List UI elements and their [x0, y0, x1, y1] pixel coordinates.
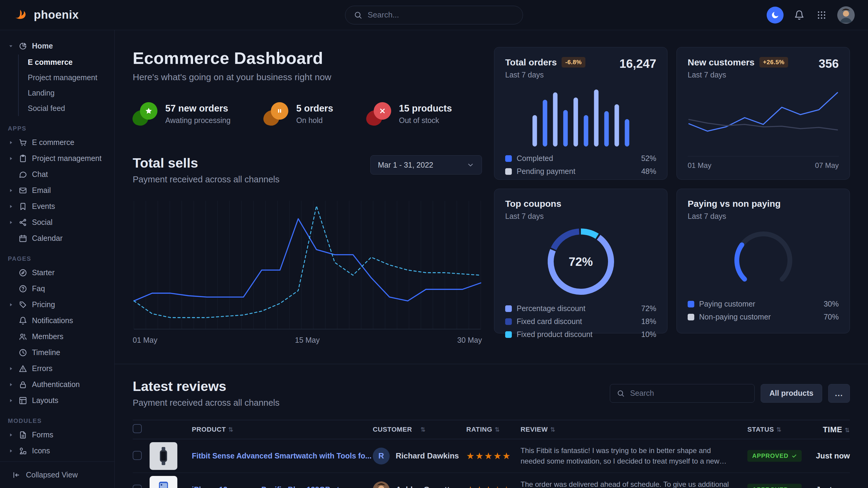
sidebar-item-errors[interactable]: Errors [0, 360, 114, 377]
product-link[interactable]: iPhone 13 pro max-Pacific Blue-128GB sto… [192, 485, 373, 488]
search-input[interactable] [367, 10, 514, 20]
more-options-button[interactable]: ... [828, 384, 850, 403]
total-orders-chart [530, 88, 632, 147]
sidebar-item-label: Icons [32, 446, 50, 455]
chevron-down-icon [467, 161, 474, 169]
column-header-rating[interactable]: RATING⇅ [466, 426, 521, 433]
brand[interactable]: phoenix [13, 7, 79, 23]
column-header-time[interactable]: TIME⇅ [808, 425, 850, 434]
sidebar-item-home[interactable]: Home [0, 38, 114, 54]
sidebar-item-tables[interactable]: Tables [0, 459, 114, 461]
global-search[interactable] [345, 6, 523, 24]
sidebar-item-chat[interactable]: Chat [0, 166, 114, 182]
customer-cell[interactable]: Ashley Garrett [373, 481, 466, 488]
time-cell: Just now [808, 451, 850, 461]
sidebar-item-label: Social [32, 218, 53, 227]
legend-item: Fixed card discount18% [505, 315, 656, 328]
sidebar-item-project-management[interactable]: Project management [0, 151, 114, 166]
sidebar-item-timeline[interactable]: Timeline [0, 345, 114, 360]
caret-right-icon [8, 364, 14, 373]
stat-sublabel: Out of stock [399, 116, 452, 125]
sidebar-item-pricing[interactable]: Pricing [0, 297, 114, 313]
delta-badge: -6.8% [562, 57, 585, 67]
avatar [373, 481, 390, 488]
help-icon [19, 285, 27, 293]
card-period: Last 7 days [505, 70, 585, 79]
sidebar-item-label: Errors [32, 364, 53, 373]
total-sells-x-labels: 01 May 15 May 30 May [133, 336, 482, 345]
select-all-checkbox[interactable] [133, 424, 142, 433]
stat-awating-processing: 57 new ordersAwating processing [133, 102, 230, 126]
sidebar-item-e-commerce[interactable]: E commerce [19, 55, 114, 70]
caret-right-icon [8, 138, 14, 147]
sidebar-item-project-management[interactable]: Project management [19, 70, 114, 85]
notifications-button[interactable] [793, 8, 806, 22]
total-sells-header: Total sells Payment received across all … [133, 155, 482, 185]
share-icon [19, 218, 27, 227]
column-header-status[interactable]: STATUS⇅ [747, 426, 808, 433]
navbar-actions [767, 6, 855, 24]
legend-item: Fixed product discount10% [505, 328, 656, 341]
date-range-select[interactable]: Mar 1 - 31, 2022 [370, 155, 482, 174]
sidebar-item-label: Faq [32, 284, 45, 293]
customer-cell[interactable]: RRichard Dawkins [373, 448, 466, 464]
sidebar-item-notifications[interactable]: Notifications [0, 313, 114, 329]
bell-icon [19, 317, 27, 325]
theme-toggle-button[interactable] [767, 7, 783, 24]
users-icon [19, 332, 27, 341]
reviews-search-input[interactable] [629, 389, 748, 398]
app-root: phoenix HomeE commerceProject management… [0, 0, 868, 488]
column-header-product[interactable]: PRODUCT⇅ [192, 426, 373, 433]
product-thumbnail[interactable] [150, 442, 177, 470]
row-checkbox[interactable] [133, 451, 142, 460]
sidebar-item-email[interactable]: Email [0, 182, 114, 198]
donut-center-value: 72% [548, 228, 614, 295]
sidebar-item-icons[interactable]: Icons [0, 443, 114, 459]
sidebar-item-calendar[interactable]: Calendar [0, 230, 114, 246]
sidebar-item-starter[interactable]: Starter [0, 265, 114, 281]
sidebar-item-e-commerce[interactable]: E commerce [0, 134, 114, 151]
legend-label: Fixed product discount [517, 330, 593, 339]
dashboard-right-column: Total orders -6.8% Last 7 days 16,247 Co… [494, 47, 850, 345]
product-thumbnail[interactable] [150, 476, 177, 488]
row-checkbox[interactable] [133, 485, 142, 488]
layout-icon [19, 396, 27, 405]
sidebar-item-members[interactable]: Members [0, 329, 114, 345]
legend-label: Completed [517, 154, 553, 163]
column-header-review[interactable]: REVIEW⇅ [521, 426, 747, 433]
card-period: Last 7 days [505, 212, 561, 221]
customer-name: Ashley Garrett [396, 485, 450, 488]
sidebar-item-label: Forms [32, 430, 53, 439]
sidebar-item-authentication[interactable]: Authentication [0, 377, 114, 392]
collapse-icon [12, 471, 21, 479]
table-row: iPhone 13 pro max-Pacific Blue-128GB sto… [133, 473, 850, 488]
delta-badge: +26.5% [760, 57, 788, 67]
sidebar-item-landing[interactable]: Landing [19, 85, 114, 101]
sidebar-item-social-feed[interactable]: Social feed [19, 101, 114, 116]
status-badge: APPROVED [747, 484, 802, 488]
column-header-customer[interactable]: CUSTOMER⇅ [373, 426, 466, 433]
user-avatar[interactable] [837, 6, 855, 24]
sidebar-item-faq[interactable]: Faq [0, 281, 114, 297]
latest-reviews-subtitle: Payment received across all channels [133, 398, 280, 408]
sidebar-item-layouts[interactable]: Layouts [0, 392, 114, 409]
legend-value: 10% [641, 330, 656, 339]
chat-icon [19, 170, 27, 179]
legend-item: Completed52% [505, 152, 656, 165]
collapsed-view-toggle[interactable]: Collapsed View [0, 461, 114, 488]
shapes-icon [19, 447, 27, 455]
apps-grid-button[interactable] [815, 8, 828, 22]
sidebar: HomeE commerceProject managementLandingS… [0, 30, 115, 488]
legend-color-dot [688, 314, 694, 320]
top-navbar: phoenix [0, 0, 868, 30]
all-products-button[interactable]: All products [761, 384, 822, 403]
card-value: 16,247 [619, 57, 656, 70]
x-label: 01 May [133, 336, 157, 345]
sidebar-item-forms[interactable]: Forms [0, 427, 114, 443]
product-link[interactable]: Fitbit Sense Advanced Smartwatch with To… [192, 452, 373, 460]
sidebar-item-events[interactable]: Events [0, 198, 114, 214]
reviews-search[interactable] [610, 384, 754, 403]
new-customers-card: New customers +26.5% Last 7 days 356 01 … [677, 47, 850, 180]
top-coupons-card: Top coupons Last 7 days 72% Percentage d… [494, 189, 668, 333]
sidebar-item-social[interactable]: Social [0, 214, 114, 230]
